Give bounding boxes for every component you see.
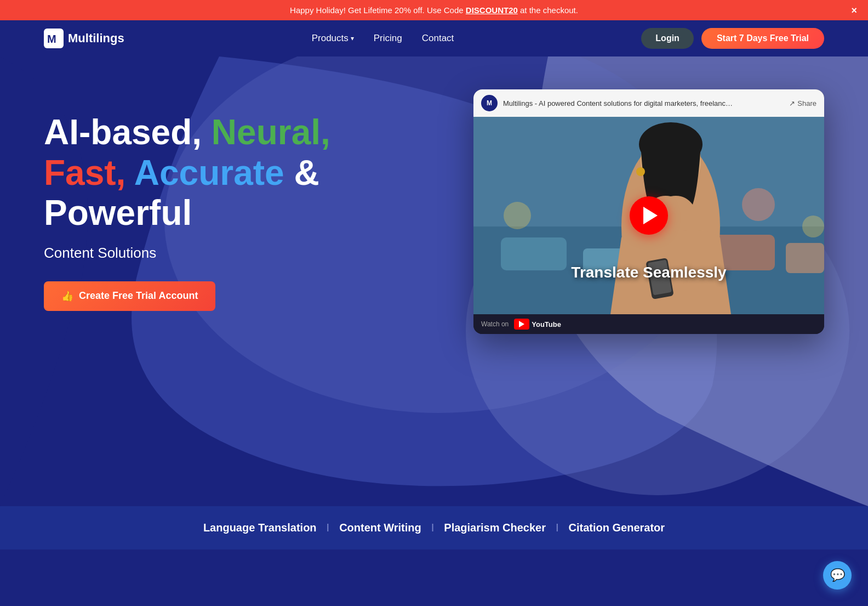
thumbsup-icon: 👍 bbox=[61, 290, 73, 302]
heading-neural: Neural, bbox=[212, 112, 330, 152]
feature-divider-3: I bbox=[556, 522, 559, 534]
video-container: M Multilings - AI powered Content soluti… bbox=[473, 89, 824, 334]
chat-icon: 💬 bbox=[830, 568, 845, 582]
feature-divider-1: I bbox=[327, 522, 330, 534]
svg-point-9 bbox=[504, 202, 531, 229]
svg-point-10 bbox=[742, 188, 775, 221]
logo-text: Multilings bbox=[68, 31, 124, 46]
video-play-button[interactable] bbox=[630, 196, 668, 235]
video-title: Multilings - AI powered Content solution… bbox=[503, 99, 733, 107]
banner-text-after: at the checkout. bbox=[518, 5, 578, 15]
cta-label: Create Free Trial Account bbox=[79, 290, 198, 302]
navbar: M Multilings Products ▾ Pricing Contact … bbox=[0, 20, 868, 56]
video-header: M Multilings - AI powered Content soluti… bbox=[473, 89, 824, 117]
pricing-label: Pricing bbox=[374, 33, 402, 44]
video-header-left: M Multilings - AI powered Content soluti… bbox=[481, 95, 733, 111]
play-triangle-icon bbox=[643, 207, 658, 224]
video-thumbnail[interactable]: Translate Seamlessly bbox=[473, 117, 824, 314]
video-channel-logo: M bbox=[481, 95, 498, 111]
banner-text: Happy Holiday! Get Lifetime 20% off. Use… bbox=[290, 5, 578, 15]
heading-fast: Fast, bbox=[44, 153, 134, 192]
feature-divider-2: I bbox=[431, 522, 435, 534]
nav-links: Products ▾ Pricing Contact bbox=[312, 33, 454, 44]
heading-accurate: Accurate bbox=[134, 153, 284, 192]
watch-on-label: Watch on bbox=[481, 320, 509, 328]
share-arrow-icon: ↗ bbox=[789, 99, 795, 107]
youtube-logo: YouTube bbox=[514, 319, 561, 330]
heading-ai-based: AI-based, bbox=[44, 112, 212, 152]
youtube-icon bbox=[514, 319, 529, 330]
video-share-button[interactable]: ↗ Share bbox=[789, 99, 816, 107]
start-trial-button[interactable]: Start 7 Days Free Trial bbox=[701, 28, 824, 49]
products-chevron-icon: ▾ bbox=[351, 35, 354, 42]
svg-point-11 bbox=[802, 216, 824, 237]
share-label: Share bbox=[797, 99, 816, 107]
feature-citation: Citation Generator bbox=[569, 522, 665, 534]
feature-translation: Language Translation bbox=[203, 522, 317, 534]
products-nav-link[interactable]: Products ▾ bbox=[312, 33, 354, 44]
hero-content: AI-based, Neural, Fast, Accurate & Power… bbox=[0, 56, 868, 356]
video-overlay-text: Translate Seamlessly bbox=[473, 264, 824, 281]
banner-code: DISCOUNT20 bbox=[466, 5, 518, 15]
contact-label: Contact bbox=[422, 33, 454, 44]
youtube-text: YouTube bbox=[532, 320, 561, 329]
feature-content-writing: Content Writing bbox=[339, 522, 421, 534]
banner-text-before: Happy Holiday! Get Lifetime 20% off. Use… bbox=[290, 5, 466, 15]
features-bar: Language Translation I Content Writing I… bbox=[0, 506, 868, 550]
products-label: Products bbox=[312, 33, 349, 44]
hero-section: AI-based, Neural, Fast, Accurate & Power… bbox=[0, 56, 868, 506]
svg-point-17 bbox=[636, 167, 645, 176]
top-banner: Happy Holiday! Get Lifetime 20% off. Use… bbox=[0, 0, 868, 20]
hero-subheading: Content Solutions bbox=[44, 245, 330, 262]
pricing-nav-link[interactable]: Pricing bbox=[374, 33, 402, 44]
feature-plagiarism: Plagiarism Checker bbox=[444, 522, 546, 534]
contact-nav-link[interactable]: Contact bbox=[422, 33, 454, 44]
nav-actions: Login Start 7 Days Free Trial bbox=[641, 28, 824, 49]
heading-and: & bbox=[284, 153, 319, 192]
chat-support-button[interactable]: 💬 bbox=[823, 561, 852, 590]
svg-text:M: M bbox=[47, 33, 56, 45]
youtube-play-icon bbox=[519, 321, 524, 327]
video-footer: Watch on YouTube bbox=[473, 314, 824, 334]
create-account-button[interactable]: 👍 Create Free Trial Account bbox=[44, 281, 215, 311]
logo-icon: M bbox=[44, 29, 64, 48]
hero-heading: AI-based, Neural, Fast, Accurate & Power… bbox=[44, 112, 330, 234]
heading-powerful: Powerful bbox=[44, 193, 192, 233]
hero-text: AI-based, Neural, Fast, Accurate & Power… bbox=[44, 112, 330, 311]
login-button[interactable]: Login bbox=[641, 28, 694, 49]
logo[interactable]: M Multilings bbox=[44, 29, 124, 48]
banner-close-button[interactable]: × bbox=[851, 4, 857, 16]
